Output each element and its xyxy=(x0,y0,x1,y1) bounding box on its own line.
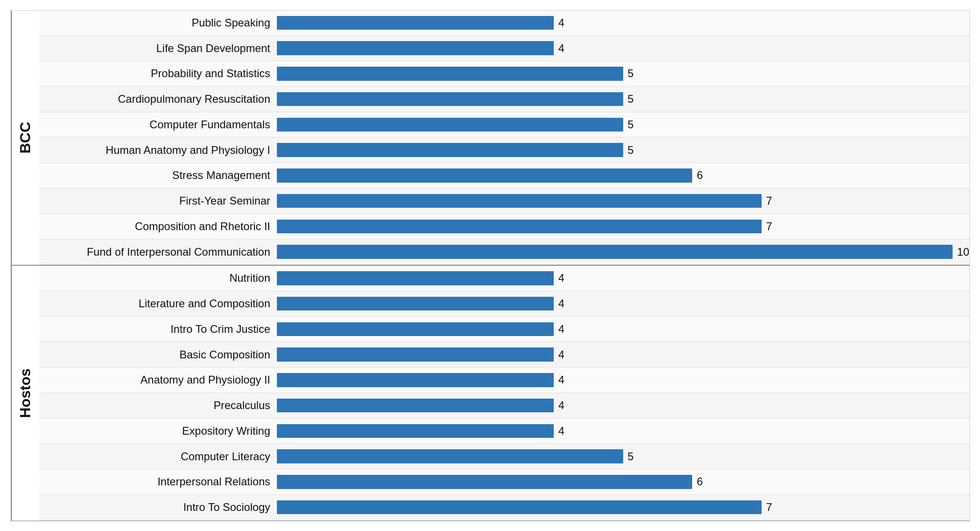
bar-value: 4 xyxy=(558,272,564,284)
bar-track: 4 xyxy=(277,41,969,55)
bar-label: Cardiopulmonary Resuscitation xyxy=(39,93,277,105)
bar-value: 4 xyxy=(558,348,564,361)
groups-area: BCCPublic Speaking4Life Span Development… xyxy=(11,11,969,521)
bar-fill xyxy=(277,67,623,80)
bar-fill xyxy=(277,245,953,258)
bar-label: Probability and Statistics xyxy=(39,67,277,80)
bar-row: Computer Literacy5 xyxy=(39,444,969,469)
bar-fill xyxy=(277,41,554,55)
bar-row: Basic Composition4 xyxy=(39,342,969,368)
group-label-col-0: BCC xyxy=(12,11,39,265)
bar-label: Composition and Rhetoric II xyxy=(39,220,277,233)
bar-label: Human Anatomy and Physiology I xyxy=(39,144,277,157)
bar-value: 4 xyxy=(558,16,564,29)
bar-row: Fund of Interpersonal Communication10 xyxy=(39,239,969,265)
bar-label: Literature and Composition xyxy=(39,297,277,310)
bar-label: Computer Fundamentals xyxy=(39,118,277,131)
bar-track: 4 xyxy=(277,16,969,30)
bar-label: Computer Literacy xyxy=(39,450,277,463)
bar-row: Intro To Crim Justice4 xyxy=(39,317,969,342)
bar-track: 4 xyxy=(277,373,969,387)
bar-row: First-Year Seminar7 xyxy=(39,189,969,214)
bar-row: Intro To Sociology7 xyxy=(39,495,969,520)
bar-value: 4 xyxy=(558,297,564,310)
bar-label: Anatomy and Physiology II xyxy=(39,373,277,386)
bar-fill xyxy=(277,424,554,438)
bar-fill xyxy=(277,500,762,514)
bar-fill xyxy=(277,322,554,336)
bar-value: 7 xyxy=(766,501,772,514)
bars-group-0: Public Speaking4Life Span Development4Pr… xyxy=(39,11,969,265)
bar-track: 5 xyxy=(277,92,969,106)
bar-label: Intro To Crim Justice xyxy=(39,323,277,336)
bar-track: 5 xyxy=(277,67,969,80)
bar-fill xyxy=(277,92,623,106)
bar-value: 7 xyxy=(766,220,772,233)
group-1: HostosNutrition4Literature and Compositi… xyxy=(12,266,969,521)
bar-fill xyxy=(277,194,762,208)
bar-fill xyxy=(277,475,693,489)
bar-label: Public Speaking xyxy=(39,16,277,29)
bar-track: 6 xyxy=(277,475,969,489)
bar-value: 7 xyxy=(766,195,772,207)
bar-fill xyxy=(277,297,554,310)
bar-label: Fund of Interpersonal Communication xyxy=(39,246,277,258)
bar-fill xyxy=(277,449,623,463)
bar-track: 7 xyxy=(277,500,969,514)
bar-label: Precalculus xyxy=(39,399,277,412)
bar-fill xyxy=(277,118,623,131)
bar-row: Composition and Rhetoric II7 xyxy=(39,214,969,240)
bars-group-1: Nutrition4Literature and Composition4Int… xyxy=(39,266,969,520)
bar-row: Nutrition4 xyxy=(39,266,969,291)
bar-value: 4 xyxy=(558,399,564,412)
bar-value: 4 xyxy=(558,323,564,336)
bar-label: Basic Composition xyxy=(39,348,277,361)
bar-fill xyxy=(277,220,762,233)
group-0: BCCPublic Speaking4Life Span Development… xyxy=(12,11,969,266)
chart-container: BCCPublic Speaking4Life Span Development… xyxy=(11,10,970,521)
bar-value: 4 xyxy=(558,42,564,55)
bar-label: Nutrition xyxy=(39,272,277,284)
bar-value: 4 xyxy=(558,425,564,437)
bar-value: 5 xyxy=(628,93,634,105)
group-label-0: BCC xyxy=(17,122,34,153)
bar-fill xyxy=(277,347,554,361)
bar-row: Precalculus4 xyxy=(39,393,969,419)
bar-row: Literature and Composition4 xyxy=(39,291,969,317)
bar-value: 6 xyxy=(697,169,703,182)
bar-fill xyxy=(277,373,554,387)
bar-fill xyxy=(277,16,554,30)
bar-row: Computer Fundamentals5 xyxy=(39,112,969,138)
bar-track: 4 xyxy=(277,399,969,412)
bar-value: 4 xyxy=(558,373,564,386)
bar-track: 4 xyxy=(277,424,969,438)
bar-label: Stress Management xyxy=(39,169,277,182)
bar-track: 5 xyxy=(277,118,969,131)
bar-fill xyxy=(277,168,693,182)
bar-value: 5 xyxy=(628,450,634,463)
bar-label: Interpersonal Relations xyxy=(39,475,277,488)
bar-row: Life Span Development4 xyxy=(39,36,969,61)
bar-row: Anatomy and Physiology II4 xyxy=(39,368,969,393)
bar-row: Human Anatomy and Physiology I5 xyxy=(39,137,969,163)
bar-track: 10 xyxy=(277,245,969,258)
bar-value: 10 xyxy=(957,246,969,258)
bar-fill xyxy=(277,143,623,157)
bar-track: 4 xyxy=(277,322,969,336)
bar-track: 4 xyxy=(277,297,969,310)
bar-row: Interpersonal Relations6 xyxy=(39,469,969,495)
bar-label: Intro To Sociology xyxy=(39,501,277,514)
bar-fill xyxy=(277,399,554,412)
bar-label: First-Year Seminar xyxy=(39,195,277,207)
bar-value: 5 xyxy=(628,144,634,157)
bar-track: 5 xyxy=(277,143,969,157)
bar-track: 7 xyxy=(277,220,969,233)
group-label-1: Hostos xyxy=(17,368,34,418)
bar-row: Expository Writing4 xyxy=(39,419,969,444)
bar-row: Cardiopulmonary Resuscitation5 xyxy=(39,87,969,112)
bar-row: Probability and Statistics5 xyxy=(39,61,969,87)
bar-track: 4 xyxy=(277,347,969,361)
group-label-col-1: Hostos xyxy=(12,266,39,520)
bar-track: 5 xyxy=(277,449,969,463)
bar-row: Stress Management6 xyxy=(39,163,969,189)
